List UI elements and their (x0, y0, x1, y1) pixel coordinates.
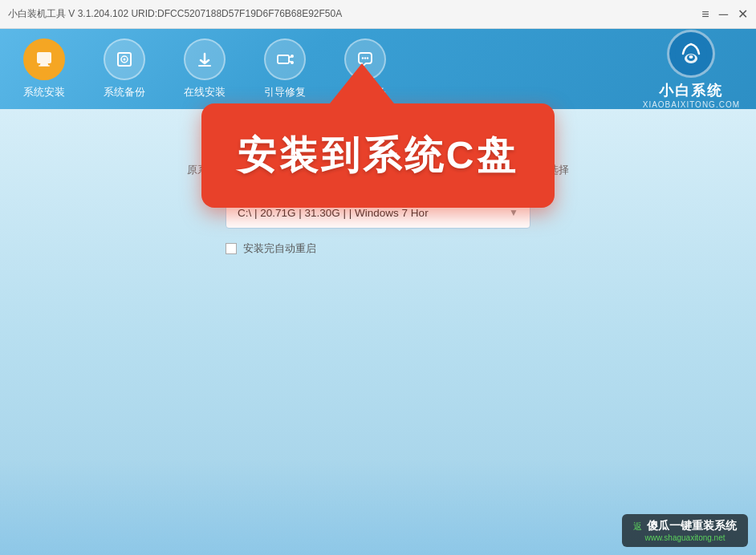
content-inner: 准备安装：Win10 专业版 x86_64 原系统盘为C:\ （PE下系统盘不一… (32, 133, 724, 272)
install-btn-text: 安装到系统C盘 (238, 130, 519, 181)
svg-rect-7 (278, 55, 289, 63)
watermark-line2: www.shaguaxitong.net (633, 533, 737, 542)
auto-restart-label: 安装完自动重启 (243, 241, 316, 256)
menu-button[interactable]: ≡ (701, 8, 709, 21)
logo-icon (667, 30, 715, 78)
svg-point-18 (689, 55, 693, 59)
svg-point-12 (362, 57, 364, 59)
system-backup-icon (104, 38, 145, 80)
logo-sub-text: XIAOBAIXITONG.COM (643, 100, 740, 109)
title-bar: 小白装机工具 V 3.1.204.102 URID:DFCC5207188D57… (0, 0, 756, 29)
svg-point-5 (124, 59, 126, 61)
main-window: 系统安装 系统备份 (0, 29, 756, 555)
svg-point-13 (364, 57, 366, 59)
install-btn-container: 安装到系统C盘 (201, 63, 555, 208)
red-arrow-decoration (330, 63, 394, 103)
logo-area: 小白系统 XIAOBAIXITONG.COM (643, 30, 740, 109)
install-to-c-button[interactable]: 安装到系统C盘 (201, 103, 555, 208)
svg-rect-2 (39, 65, 50, 67)
window-controls: ≡ ─ ✕ (701, 8, 748, 21)
logo-main-text: 小白系统 (659, 81, 723, 100)
system-backup-label: 系统备份 (104, 85, 145, 99)
system-install-label: 系统安装 (23, 85, 65, 99)
content-area: 准备安装：Win10 专业版 x86_64 原系统盘为C:\ （PE下系统盘不一… (0, 109, 756, 555)
app-title: 小白装机工具 V 3.1.204.102 URID:DFCC5207188D57… (8, 7, 342, 21)
system-install-icon (23, 38, 65, 80)
close-button[interactable]: ✕ (738, 8, 748, 21)
watermark-line1: 傻瓜一键重装系统 (647, 519, 737, 533)
nav-item-system-install[interactable]: 系统安装 (16, 38, 72, 99)
auto-restart-row: 安装完自动重启 (226, 241, 530, 256)
nav-item-system-backup[interactable]: 系统备份 (96, 38, 152, 99)
minimize-button[interactable]: ─ (719, 8, 728, 21)
svg-rect-0 (37, 52, 51, 63)
auto-restart-checkbox[interactable] (226, 243, 237, 254)
svg-point-10 (291, 55, 294, 58)
dropdown-arrow-icon: ▼ (509, 207, 518, 218)
watermark-return-label: 返 (633, 521, 642, 533)
watermark: 返 傻瓜一键重装系统 www.shaguaxitong.net (622, 514, 748, 547)
svg-point-14 (367, 57, 368, 59)
drive-dropdown-value: C:\ | 20.71G | 31.30G | | Windows 7 Hor (238, 207, 429, 219)
